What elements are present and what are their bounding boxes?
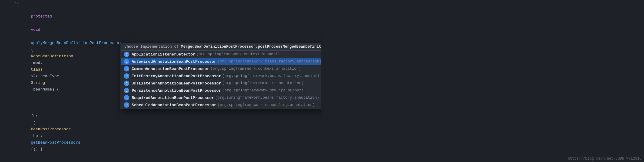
autocomplete-item[interactable]: CScheduledAnnotationBeanPostProcessor (o… xyxy=(121,101,321,109)
item-class-name: ScheduledAnnotationBeanPostProcessor xyxy=(132,103,216,107)
item-package: (org.springframework.beans.factory.annot… xyxy=(215,96,319,100)
item-class-name: ApplicationListenerDetector xyxy=(132,52,195,57)
code-line: if (bp instanceof MergedBeanDefinitionPo… xyxy=(0,159,321,162)
item-class-name: InitDestroyAnnotationBeanPostProcessor xyxy=(132,74,221,78)
autocomplete-item[interactable]: CCommonAnnotationBeanPostProcessor (org.… xyxy=(121,65,321,72)
item-package: (org.springframework.context.support) xyxy=(196,52,280,56)
item-class-icon: C xyxy=(124,59,129,64)
right-panel: https://blog.csdn.net/CSDN_WYL2016 xyxy=(321,0,644,162)
autocomplete-item[interactable]: CJmsListenerAnnotationBeanPostProcessor … xyxy=(121,80,321,87)
item-class-name: JmsListenerAnnotationBeanPostProcessor xyxy=(132,81,221,86)
item-class-icon: C xyxy=(124,102,129,108)
header-bold: MergedBeanDefinitionPostProcessor.postPr… xyxy=(181,45,321,49)
autocomplete-popup[interactable]: Choose Implementation of MergedBeanDefin… xyxy=(121,43,321,109)
url-bar: https://blog.csdn.net/CSDN_WYL2016 xyxy=(565,155,644,162)
item-package: (org.springframework.scheduling.annotati… xyxy=(218,103,315,107)
item-package: (org.springframework.jms.annotation) xyxy=(222,81,303,85)
item-class-name: CommonAnnotationBeanPostProcessor xyxy=(132,67,209,71)
item-class-icon: C xyxy=(124,66,129,71)
item-package: (org.springframework.context.annotation) xyxy=(210,67,301,71)
item-class-icon: C xyxy=(124,73,129,79)
editor-container: */ protected void applyMergedBeanDefinit… xyxy=(0,0,644,162)
item-class-name: RequiredAnnotationBeanPostProcessor xyxy=(132,96,214,100)
item-class-icon: C xyxy=(124,88,129,93)
autocomplete-item[interactable]: CRequiredAnnotationBeanPostProcessor (or… xyxy=(121,94,321,101)
item-package: (org.springframework.orm.jpa.support) xyxy=(222,88,306,93)
autocomplete-item[interactable]: CPersistenceAnnotationBeanPostProcessor … xyxy=(121,87,321,94)
code-line: */ xyxy=(0,0,321,7)
autocomplete-list: CApplicationListenerDetector (org.spring… xyxy=(121,51,321,109)
item-class-icon: C xyxy=(124,52,129,57)
code-panel: */ protected void applyMergedBeanDefinit… xyxy=(0,0,321,162)
autocomplete-item[interactable]: CInitDestroyAnnotationBeanPostProcessor … xyxy=(121,72,321,80)
autocomplete-item[interactable]: CAutowiredAnnotationBeanPostProcessor (o… xyxy=(121,58,321,65)
item-package: (org.springframework.beans.factory.annot… xyxy=(222,74,321,78)
item-class-icon: C xyxy=(124,81,129,86)
item-class-name: PersistenceAnnotationBeanPostProcessor xyxy=(132,88,221,93)
autocomplete-item[interactable]: CApplicationListenerDetector (org.spring… xyxy=(121,51,321,58)
item-class-name: AutowiredAnnotationBeanPostProcessor xyxy=(132,59,216,64)
item-package: (org.springframework.beans.factory.annot… xyxy=(218,59,321,64)
header-prefix: Choose Implementation of xyxy=(124,45,181,49)
code-text: if (bp instanceof MergedBeanDefinitionPo… xyxy=(12,159,319,162)
code-text: */ xyxy=(12,0,319,7)
item-class-icon: C xyxy=(124,95,129,100)
autocomplete-header: Choose Implementation of MergedBeanDefin… xyxy=(121,43,321,51)
